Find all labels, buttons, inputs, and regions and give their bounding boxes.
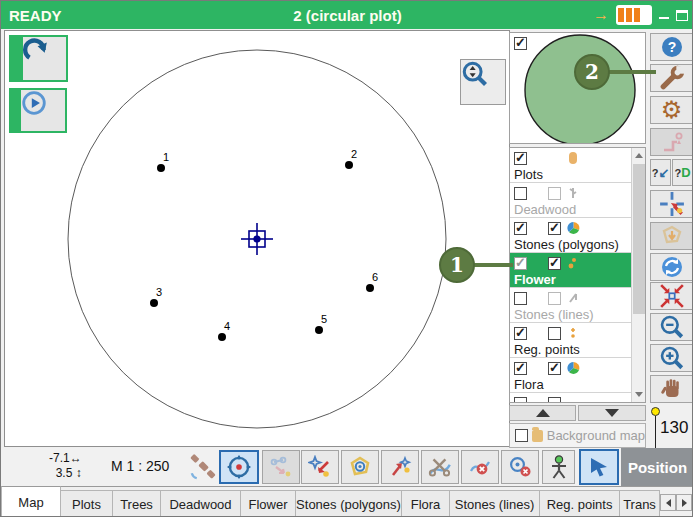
- layer-row-flower[interactable]: Flower: [510, 253, 631, 288]
- tree-point-label: 3: [156, 286, 162, 298]
- gps-position-tool-button[interactable]: [219, 450, 259, 484]
- sync-globe-button[interactable]: [650, 253, 693, 281]
- layer-row-reg-points[interactable]: Reg. points: [510, 323, 631, 358]
- point-delete-icon: [508, 455, 532, 479]
- help-button[interactable]: ?: [650, 33, 693, 61]
- settings-tools-button[interactable]: [650, 64, 693, 92]
- select-tool-button[interactable]: [579, 449, 619, 485]
- move-layer-up-button[interactable]: [509, 405, 576, 421]
- layer-labels-checkbox[interactable]: [548, 222, 561, 235]
- tab-map[interactable]: Map: [1, 486, 61, 517]
- question-d-icon: ?D: [674, 165, 690, 180]
- map-canvas[interactable]: 1 2 3 4 5 6: [4, 30, 510, 447]
- y-axis-arrow-icon: ↕: [76, 466, 82, 480]
- gps-target-icon: [226, 454, 252, 480]
- polygon-down-arrow-icon: [660, 224, 684, 248]
- layer-visibility-checkbox[interactable]: [514, 362, 527, 375]
- tab-deadwood[interactable]: Deadwood: [161, 490, 241, 517]
- gear-settings-button[interactable]: ⚙: [650, 96, 693, 124]
- tab-scroll-left-button[interactable]: [660, 494, 676, 511]
- layer-labels-checkbox[interactable]: [548, 187, 561, 200]
- layer-name: Flora: [514, 377, 631, 392]
- delete-vertex-tool-button[interactable]: [461, 450, 499, 484]
- query-arrow-button[interactable]: ?↙: [650, 159, 671, 186]
- arrow-node-icon: [388, 455, 412, 479]
- satellite-icon: [188, 452, 218, 482]
- zoom-level-slider[interactable]: 130: [650, 406, 693, 449]
- layer-labels-checkbox[interactable]: [548, 362, 561, 375]
- move-point-tool-button[interactable]: [301, 450, 339, 484]
- scroll-down-arrow-icon[interactable]: [632, 387, 646, 402]
- flora-layer-icon: [567, 361, 580, 375]
- layer-labels-checkbox[interactable]: [548, 257, 561, 270]
- plot-preview-panel[interactable]: [509, 32, 646, 144]
- tab-trees[interactable]: Trees: [113, 490, 161, 517]
- delete-point-tool-button[interactable]: [501, 450, 539, 484]
- refresh-map-button[interactable]: [9, 35, 68, 82]
- tree-point[interactable]: [366, 284, 374, 292]
- layer-row-partial[interactable]: [510, 393, 631, 403]
- scrollbar-thumb[interactable]: [633, 164, 645, 314]
- locate-point-button[interactable]: [650, 190, 693, 218]
- background-map-row[interactable]: Background map: [509, 423, 646, 448]
- query-data-button[interactable]: ?D: [672, 159, 693, 186]
- layer-list[interactable]: Plots Deadwood: [509, 147, 646, 403]
- tree-point[interactable]: [150, 299, 158, 307]
- position-button[interactable]: Position: [621, 448, 693, 486]
- tab-stones-lines[interactable]: Stones (lines): [450, 490, 540, 517]
- move-layer-down-button[interactable]: [578, 405, 646, 421]
- background-map-checkbox[interactable]: [515, 429, 528, 442]
- layer-list-scrollbar[interactable]: [631, 148, 645, 402]
- zoom-extent-button[interactable]: [460, 59, 506, 105]
- layer-visibility-checkbox[interactable]: [514, 327, 527, 340]
- digitize-polygon-tool-button[interactable]: [341, 450, 379, 484]
- tree-point[interactable]: [315, 326, 323, 334]
- layer-row-stones-polygons[interactable]: Stones (polygons): [510, 218, 631, 253]
- plots-layer-icon: [567, 151, 579, 165]
- tab-scroll-right-button[interactable]: [676, 494, 692, 511]
- zoom-in-button[interactable]: [650, 344, 693, 372]
- start-measurement-button[interactable]: [9, 88, 67, 133]
- restore-button[interactable]: [676, 10, 688, 21]
- layer-labels-checkbox[interactable]: [548, 327, 561, 340]
- layer-row-stones-lines[interactable]: Stones (lines): [510, 288, 631, 323]
- layer-visibility-checkbox[interactable]: [514, 292, 527, 305]
- pan-button[interactable]: [650, 375, 693, 403]
- layer-visibility-checkbox[interactable]: [514, 187, 527, 200]
- layer-labels-checkbox[interactable]: [548, 292, 561, 305]
- minimize-button[interactable]: [659, 17, 669, 19]
- layer-row-plots[interactable]: Plots: [510, 148, 631, 183]
- layer-row-flora[interactable]: Flora: [510, 358, 631, 393]
- tree-point[interactable]: [218, 333, 226, 341]
- split-line-tool-button[interactable]: [421, 450, 459, 484]
- layer-visibility-checkbox[interactable]: [514, 257, 527, 270]
- layer-labels-checkbox[interactable]: [548, 397, 561, 404]
- wrench-icon: [659, 65, 685, 91]
- scroll-up-arrow-icon[interactable]: [632, 148, 646, 163]
- slider-track: [655, 416, 656, 449]
- layer-row-deadwood[interactable]: Deadwood: [510, 183, 631, 218]
- refresh-arrow-icon: [23, 37, 49, 63]
- title-bar: READY 2 (circular plot) →: [1, 1, 693, 29]
- tree-point[interactable]: [157, 164, 165, 172]
- surveyor-position-button[interactable]: [542, 450, 575, 484]
- tab-flora[interactable]: Flora: [402, 490, 450, 517]
- tab-stones-polygons[interactable]: Stones (polygons): [296, 490, 402, 517]
- layer-visibility-checkbox[interactable]: [514, 397, 527, 404]
- route-tool-button-disabled: [650, 128, 693, 156]
- layer-visibility-checkbox[interactable]: [514, 152, 527, 165]
- layer-visibility-checkbox[interactable]: [514, 222, 527, 235]
- zoom-in-icon: [659, 345, 685, 371]
- preview-checkbox[interactable]: [514, 37, 527, 50]
- add-node-tool-button[interactable]: [381, 450, 419, 484]
- send-arrow-icon[interactable]: →: [593, 7, 609, 23]
- slider-handle[interactable]: [651, 407, 660, 416]
- tab-trans[interactable]: Trans: [620, 490, 660, 517]
- zoom-out-icon: [659, 314, 685, 340]
- tree-point[interactable]: [345, 161, 353, 169]
- tab-flower[interactable]: Flower: [241, 490, 296, 517]
- tab-plots[interactable]: Plots: [61, 490, 113, 517]
- zoom-fit-button[interactable]: [650, 282, 693, 310]
- zoom-out-button[interactable]: [650, 313, 693, 341]
- tab-reg-points[interactable]: Reg. points: [540, 490, 620, 517]
